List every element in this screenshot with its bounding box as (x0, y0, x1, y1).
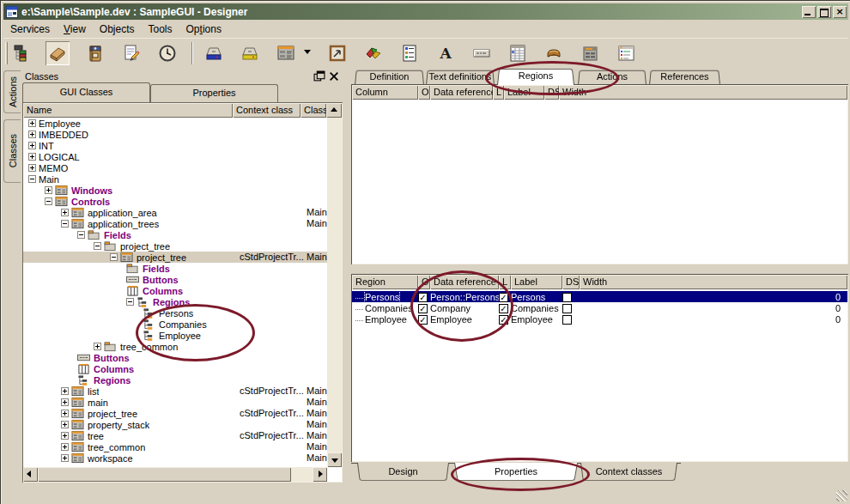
toolbar-font-button[interactable]: A (434, 41, 458, 65)
tree-row-workspace[interactable]: workspaceMain (23, 452, 327, 464)
collapse-toggle[interactable] (110, 253, 118, 261)
tree-row-employee[interactable]: Employee (23, 330, 327, 341)
tree-row-application-trees[interactable]: application_treesMain (23, 218, 327, 229)
tab-context-classes[interactable]: Context classes (580, 463, 677, 482)
columns-table-column-header-o[interactable]: O (418, 85, 430, 100)
title-bar[interactable]: e:\Sample\Sample.dev : SampleGUI - Desig… (3, 3, 848, 20)
dock-tab-classes[interactable]: Classes (3, 119, 21, 183)
collapse-toggle[interactable] (28, 175, 36, 183)
scroll-right-button[interactable] (313, 467, 327, 482)
tree-horizontal-scrollbar[interactable] (23, 467, 327, 482)
tree-row-controls[interactable]: Controls (23, 196, 327, 207)
regions-table-column-header-region[interactable]: Region (352, 275, 418, 289)
tree-row-persons[interactable]: Persons (23, 307, 327, 319)
tree-row-main[interactable]: mainMain (23, 397, 327, 408)
tree-row-employee[interactable]: Employee (23, 118, 327, 129)
toolbar-report-button[interactable] (398, 41, 422, 65)
expand-toggle[interactable] (45, 186, 52, 194)
region-row-companies[interactable]: Companies✓Company✓Companies0 (352, 302, 847, 313)
float-panel-button[interactable] (313, 70, 325, 82)
columns-table-column-header-width[interactable]: Width (559, 85, 847, 100)
l-checkbox[interactable]: ✓ (499, 315, 508, 325)
menu-item-options[interactable]: Options (179, 21, 228, 37)
columns-table-column-header-ds[interactable]: DS (544, 85, 559, 100)
toolbar-dropdown-button[interactable] (301, 41, 313, 65)
tree-row-buttons[interactable]: Buttons (23, 352, 327, 363)
toolbar-drawer-yellow-button[interactable] (238, 41, 262, 65)
tree-row-list[interactable]: listcStdProjectTr...Main (23, 386, 327, 397)
regions-table-column-header-l[interactable]: L (499, 275, 511, 289)
tree-row-companies[interactable]: Companies (23, 319, 327, 330)
ds-checkbox[interactable] (562, 293, 572, 302)
tree-row-imbedded[interactable]: IMBEDDED (23, 129, 327, 140)
minimize-button[interactable] (802, 6, 816, 18)
expand-toggle[interactable] (61, 454, 69, 462)
close-button[interactable]: × (833, 6, 847, 18)
tab-design[interactable]: Design (357, 463, 449, 482)
menu-item-view[interactable]: View (57, 21, 93, 37)
tab-text-definitions[interactable]: Text definitions (426, 70, 495, 85)
l-checkbox[interactable]: ✓ (499, 304, 508, 313)
tree-row-windows[interactable]: Windows (23, 185, 327, 196)
columns-table-column-header-label[interactable]: Label (504, 85, 544, 100)
tree-row-fields[interactable]: Fields (23, 263, 327, 274)
regions-table-column-header-data-reference[interactable]: Data reference (430, 275, 499, 289)
expand-toggle[interactable] (61, 387, 69, 395)
tree-row-regions[interactable]: Regions (23, 374, 327, 386)
collapse-toggle[interactable] (45, 197, 52, 205)
toolbar-form-button[interactable] (274, 41, 298, 65)
menu-item-tools[interactable]: Tools (142, 21, 179, 37)
region-row-employee[interactable]: Employee✓Employee✓Employee0 (352, 313, 847, 325)
toolbar-edit-document-button[interactable] (119, 41, 143, 65)
toolbar-address-book-button[interactable] (83, 41, 107, 65)
regions-table-column-header-o[interactable]: O (418, 275, 430, 289)
expand-toggle[interactable] (61, 432, 69, 440)
tree-row-project-tree[interactable]: project_tree (23, 240, 327, 252)
toolbar-clock-button[interactable] (155, 41, 179, 65)
tree-row-int[interactable]: INT (23, 140, 327, 151)
tab-gui-classes[interactable]: GUI Classes (22, 82, 150, 102)
tree-column-header-context-class[interactable]: Context class (233, 103, 301, 118)
tab-properties[interactable]: Properties (150, 84, 278, 102)
expand-toggle[interactable] (61, 421, 69, 428)
toolbar-framed-window-button[interactable] (325, 41, 349, 65)
tab-definition[interactable]: Definition (355, 70, 424, 85)
expand-toggle[interactable] (61, 410, 69, 417)
toolbar-push-button-button[interactable] (470, 41, 494, 65)
expand-toggle[interactable] (61, 398, 69, 406)
regions-table-column-header-ds[interactable]: DS (562, 275, 580, 289)
tree-column-header-class[interactable]: Class (301, 103, 326, 118)
collapse-toggle[interactable] (94, 242, 101, 250)
tree-row-project-tree[interactable]: project_treecStdProjectTr...Main (23, 252, 327, 263)
tree-row-regions[interactable]: Regions (23, 296, 327, 307)
dock-tab-actions[interactable]: Actions (3, 70, 21, 113)
expand-toggle[interactable] (28, 119, 36, 127)
toolbar-window-list-button[interactable] (614, 41, 638, 65)
tree-row-memo[interactable]: MEMO (23, 162, 327, 173)
tree-row-application-area[interactable]: application_areaMain (23, 207, 327, 218)
close-panel-button[interactable] (328, 70, 340, 82)
toolbar-leather-book-button[interactable] (542, 41, 566, 65)
expand-toggle[interactable] (28, 131, 36, 138)
tree-row-buttons[interactable]: Buttons (23, 274, 327, 285)
tree-row-columns[interactable]: Columns (23, 285, 327, 296)
o-checkbox[interactable]: ✓ (418, 315, 428, 325)
horizontal-scroll-thumb[interactable] (38, 467, 291, 482)
expand-toggle[interactable] (28, 153, 36, 161)
toolbar-drawer-blue-button[interactable] (202, 41, 226, 65)
l-checkbox[interactable]: ✓ (499, 293, 508, 302)
expand-toggle[interactable] (28, 164, 36, 172)
region-row-persons[interactable]: Persons✓Person::Persons✓Persons0 (352, 291, 847, 302)
resize-grip[interactable] (836, 490, 847, 501)
toolbar-grid-button[interactable] (506, 41, 530, 65)
tab-actions[interactable]: Actions (578, 70, 647, 85)
collapse-toggle[interactable] (77, 231, 85, 239)
tab-references[interactable]: References (649, 70, 720, 85)
columns-table-column-header-l[interactable]: L (493, 85, 504, 100)
columns-table-column-header-data-reference[interactable]: Data reference (430, 85, 493, 100)
tree-row-columns[interactable]: Columns (23, 363, 327, 374)
scroll-left-button[interactable] (23, 467, 38, 482)
tree-row-logical[interactable]: LOGICAL (23, 151, 327, 162)
menu-item-objects[interactable]: Objects (93, 21, 142, 37)
tree-row-tree-common[interactable]: tree_common (23, 341, 327, 352)
